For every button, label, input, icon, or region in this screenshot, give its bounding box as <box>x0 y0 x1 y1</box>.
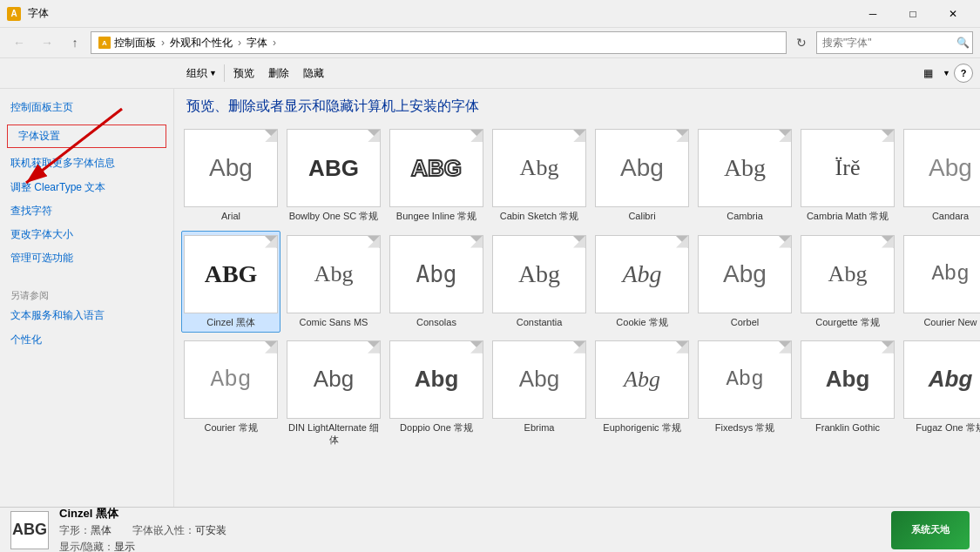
status-preview: ABG <box>10 511 49 549</box>
sidebar-font-settings-link[interactable]: 字体设置 <box>7 125 166 148</box>
font-name-label: Courier New <box>923 316 977 328</box>
sidebar-optional-features-link[interactable]: 管理可选功能 <box>0 246 173 270</box>
watermark: 系统天地 <box>891 511 970 549</box>
font-item[interactable]: AbgCalibri <box>592 125 692 226</box>
font-item[interactable]: AbgArial <box>181 125 280 226</box>
font-item[interactable]: AbgEbrima <box>490 336 589 451</box>
sidebar-online-fonts-link[interactable]: 联机获取更多字体信息 <box>0 151 173 175</box>
font-preview-text: Abg <box>520 155 559 181</box>
font-name-label: Cabin Sketch 常规 <box>500 210 578 222</box>
font-name-label: Bowlby One SC 常规 <box>289 210 379 222</box>
status-detail-row: 字形：黑体 字体嵌入性：可安装 <box>59 523 226 538</box>
close-button[interactable]: ✕ <box>933 0 973 28</box>
delete-button[interactable]: 删除 <box>261 62 296 84</box>
font-item[interactable]: AbgFixedsys 常规 <box>695 336 794 451</box>
font-item[interactable]: AbgFugaz One 常规 <box>901 336 980 451</box>
refresh-button[interactable]: ↻ <box>790 31 813 54</box>
breadcrumb-1: 控制面板 <box>114 36 156 50</box>
font-name-label: Fugaz One 常规 <box>916 421 980 434</box>
font-item[interactable]: AbgFranklin Gothic <box>798 336 897 451</box>
font-item[interactable]: AbgCabin Sketch 常规 <box>490 125 589 226</box>
maximize-button[interactable]: □ <box>893 0 933 28</box>
font-preview-text: Abg <box>929 366 973 393</box>
sidebar-font-size-link[interactable]: 更改字体大小 <box>0 223 173 246</box>
font-preview-text: Abg <box>724 154 766 182</box>
hide-button[interactable]: 隐藏 <box>296 62 331 84</box>
font-name-label: Arial <box>221 210 240 222</box>
font-item[interactable]: AbgCourgette 常规 <box>798 231 897 333</box>
font-preview-text: ABG <box>308 155 359 182</box>
font-item[interactable]: ABGBowlby One SC 常规 <box>284 125 383 226</box>
breadcrumb-2: 外观和个性化 <box>170 36 233 50</box>
font-item[interactable]: AbgCandara <box>901 125 980 226</box>
font-item[interactable]: AbgDIN LightAlternate 细体 <box>284 336 383 451</box>
breadcrumb-3: 字体 <box>247 36 267 50</box>
font-preview-text: Abg <box>624 367 660 393</box>
back-button[interactable]: ← <box>7 31 31 54</box>
sidebar-personalization-link[interactable]: 个性化 <box>0 328 173 352</box>
minimize-button[interactable]: ─ <box>853 0 893 28</box>
font-name-label: Cinzel 黑体 <box>206 316 255 328</box>
preview-button[interactable]: 预览 <box>226 62 261 84</box>
address-box[interactable]: A 控制面板 › 外观和个性化 › 字体 › <box>91 31 787 54</box>
font-name-label: Calibri <box>628 210 655 222</box>
font-item[interactable]: ABGCinzel 黑体 <box>181 231 280 333</box>
font-preview-text: ABG <box>411 155 462 182</box>
font-name-label: Doppio One 常规 <box>400 421 473 434</box>
up-button[interactable]: ↑ <box>63 31 87 54</box>
content-area: 预览、删除或者显示和隐藏计算机上安装的字体 AbgArialABGBowlby … <box>174 89 980 507</box>
font-name-label: Cambria <box>727 210 763 222</box>
font-preview-text: Abg <box>211 367 252 393</box>
content-title: 预览、删除或者显示和隐藏计算机上安装的字体 <box>186 98 968 116</box>
help-button[interactable]: ? <box>954 64 973 83</box>
font-name-label: Ebrima <box>524 421 555 434</box>
content-header: 预览、删除或者显示和隐藏计算机上安装的字体 <box>174 89 980 121</box>
search-icon[interactable]: 🔍 <box>956 37 970 49</box>
font-preview-text: Abg <box>828 261 868 287</box>
organize-button[interactable]: 组织 ▼ <box>181 62 222 84</box>
font-preview-text: Abg <box>314 366 354 393</box>
toolbar-separator <box>224 64 225 82</box>
font-item[interactable]: AbgComic Sans MS <box>284 231 383 333</box>
font-item[interactable]: AbgCambria <box>695 125 794 226</box>
embed-value: 可安装 <box>195 524 226 536</box>
show-hide-label: 显示/隐藏： <box>59 541 114 553</box>
form-label: 字形： <box>59 524 91 536</box>
window-controls: ─ □ ✕ <box>853 0 973 28</box>
sidebar-text-services-link[interactable]: 文本服务和输入语言 <box>0 304 173 327</box>
sidebar: 控制面板主页 字体设置 联机获取更多字体信息 调整 ClearType 文本 查… <box>0 89 174 507</box>
font-preview-text: Abg <box>209 154 253 182</box>
font-item[interactable]: ÏrěCambria Math 常规 <box>798 125 897 226</box>
font-item[interactable]: AbgEuphorigenic 常规 <box>592 336 692 451</box>
sidebar-find-char-link[interactable]: 查找字符 <box>0 199 173 223</box>
font-name-label: Cambria Math 常规 <box>807 210 889 222</box>
font-item[interactable]: AbgCorbel <box>695 231 794 333</box>
font-grid-scroll[interactable]: AbgArialABGBowlby One SC 常规ABGBungee Inl… <box>174 121 980 507</box>
font-name-label: Courier 常规 <box>204 421 257 434</box>
font-item[interactable]: AbgConsolas <box>387 231 486 333</box>
sidebar-home-link[interactable]: 控制面板主页 <box>0 96 173 119</box>
font-item[interactable]: AbgConstantia <box>490 231 589 333</box>
font-item[interactable]: AbgCookie 常规 <box>592 231 692 333</box>
sidebar-cleartype-link[interactable]: 调整 ClearType 文本 <box>0 176 173 199</box>
font-preview-text: Abg <box>931 262 969 286</box>
forward-button[interactable]: → <box>35 31 59 54</box>
font-name-label: Consolas <box>416 316 456 328</box>
toolbar: 组织 ▼ 预览 删除 隐藏 ▦ ▼ ? <box>0 58 980 89</box>
font-grid: AbgArialABGBowlby One SC 常规ABGBungee Inl… <box>181 125 973 450</box>
font-item[interactable]: AbgDoppio One 常规 <box>387 336 486 451</box>
search-input[interactable] <box>822 37 953 49</box>
font-item[interactable]: AbgCourier 常规 <box>181 336 280 451</box>
font-preview-text: Abg <box>723 260 767 288</box>
font-item[interactable]: AbgCourier New <box>901 231 980 333</box>
view-options-button[interactable]: ▦ <box>916 62 939 84</box>
font-preview-text: Abg <box>622 260 661 288</box>
folder-icon: A <box>98 37 111 49</box>
font-preview-text: Abg <box>519 366 559 393</box>
search-box[interactable]: 🔍 <box>816 31 973 54</box>
show-hide-value: 显示 <box>114 541 135 553</box>
font-preview-text: Abg <box>620 154 664 182</box>
font-name-label: Corbel <box>731 316 759 328</box>
font-item[interactable]: ABGBungee Inline 常规 <box>387 125 486 226</box>
embed-label: 字体嵌入性： <box>132 524 195 536</box>
